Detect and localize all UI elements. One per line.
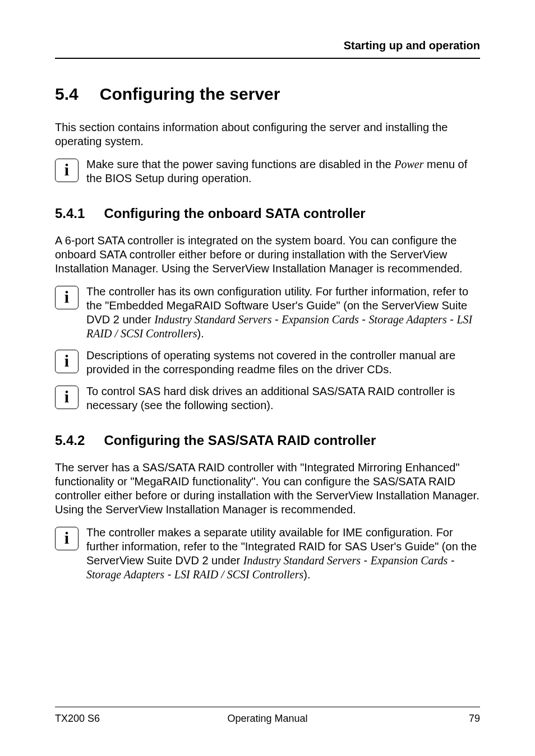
section-intro: This section contains information about … <box>55 120 480 149</box>
info-note: i The controller has its own configurati… <box>55 285 480 341</box>
subsection-heading: 5.4.2 Configuring the SAS/SATA RAID cont… <box>55 433 480 448</box>
italic-run: Power <box>394 158 423 170</box>
italic-run: Expansion Cards <box>371 554 448 567</box>
info-icon: i <box>55 350 79 373</box>
info-note: i Descriptions of operating systems not … <box>55 349 480 377</box>
text-run: - <box>359 313 369 326</box>
text-run: - <box>164 568 174 581</box>
text-run: ). <box>197 327 204 340</box>
italic-run: Storage Adapters <box>369 313 447 326</box>
italic-run: Storage Adapters <box>86 568 164 581</box>
subsection-number: 5.4.1 <box>55 206 85 221</box>
italic-run: LSI RAID / SCSI Controllers <box>174 568 303 581</box>
text-run: - <box>448 554 454 567</box>
italic-run: Industry Standard Servers <box>243 554 361 567</box>
section-number: 5.4 <box>55 85 79 104</box>
info-icon: i <box>55 527 79 550</box>
page: Starting up and operation 5.4 Configurin… <box>0 0 535 756</box>
info-note: i The controller makes a separate utilit… <box>55 526 480 582</box>
footer-left: TX200 S6 <box>55 713 100 725</box>
text-run: Make sure that the power saving function… <box>86 158 394 170</box>
running-head: Starting up and operation <box>55 39 480 59</box>
text-run: - <box>361 554 371 567</box>
subsection-heading: 5.4.1 Configuring the onboard SATA contr… <box>55 206 480 221</box>
info-text: The controller has its own configuration… <box>86 285 480 341</box>
section-title: Configuring the server <box>100 85 280 104</box>
info-text: Make sure that the power saving function… <box>86 157 480 185</box>
info-note: i To control SAS hard disk drives an add… <box>55 384 480 412</box>
text-run: - <box>447 313 457 326</box>
info-icon: i <box>55 386 79 409</box>
footer-center: Operating Manual <box>55 713 480 725</box>
info-text: The controller makes a separate utility … <box>86 526 480 582</box>
info-text: To control SAS hard disk drives an addit… <box>86 384 480 412</box>
info-icon: i <box>55 286 79 309</box>
italic-run: Expansion Cards <box>282 313 359 326</box>
italic-run: Industry Standard Servers <box>154 313 271 326</box>
subsection-number: 5.4.2 <box>55 433 85 448</box>
footer-right: 79 <box>469 713 480 725</box>
text-run: ). <box>303 568 310 581</box>
subsection-title: Configuring the onboard SATA controller <box>104 206 365 221</box>
subsection-title: Configuring the SAS/SATA RAID controller <box>104 433 376 448</box>
info-text: Descriptions of operating systems not co… <box>86 349 480 377</box>
info-icon: i <box>55 159 79 182</box>
section-heading: 5.4 Configuring the server <box>55 85 480 104</box>
info-note: i Make sure that the power saving functi… <box>55 157 480 185</box>
page-footer: TX200 S6 Operating Manual 79 <box>55 707 480 725</box>
text-run: - <box>271 313 282 326</box>
subsection-paragraph: The server has a SAS/SATA RAID controlle… <box>55 461 480 517</box>
subsection-paragraph: A 6-port SATA controller is integrated o… <box>55 234 480 276</box>
